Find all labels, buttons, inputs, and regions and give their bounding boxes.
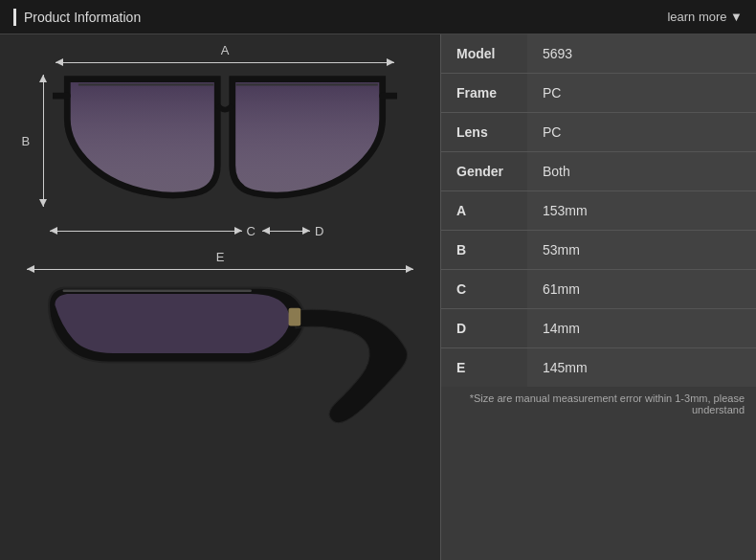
spec-row-d: D 14mm	[441, 309, 756, 348]
specs-panel: Model 5693 Frame PC Lens PC Gender Both …	[440, 34, 756, 560]
dim-c-label: C	[247, 224, 256, 238]
dim-e-line: E	[27, 269, 413, 270]
spec-label-frame: Frame	[441, 74, 527, 112]
spec-value-frame: PC	[527, 74, 756, 112]
dim-e-arrow-right	[406, 265, 413, 273]
spec-label-d: D	[441, 309, 527, 347]
page-header: Product Information learn more ▼	[0, 0, 756, 34]
spec-footnote: *Size are manual measurement error withi…	[441, 387, 756, 421]
dimension-D-container: D	[262, 224, 323, 238]
dimension-C-container: C	[50, 224, 260, 238]
spec-row-lens: Lens PC	[441, 113, 756, 152]
spec-label-e: E	[441, 348, 527, 387]
dimension-B-arrow: B	[36, 75, 50, 207]
spec-label-a: A	[441, 191, 527, 230]
dim-b-arrow-top	[39, 75, 47, 82]
spec-value-c: 61mm	[527, 270, 756, 308]
dim-d-line	[262, 231, 310, 232]
spec-value-gender: Both	[527, 152, 756, 190]
page-title: Product Information	[24, 10, 141, 25]
dimension-A-arrow: A	[56, 56, 394, 69]
spec-label-model: Model	[441, 34, 527, 73]
specifications-table: Model 5693 Frame PC Lens PC Gender Both …	[441, 34, 756, 387]
learn-more-link[interactable]: learn more ▼	[667, 10, 743, 24]
spec-row-a: A 153mm	[441, 191, 756, 231]
spec-row-gender: Gender Both	[441, 152, 756, 191]
spec-row-c: C 61mm	[441, 270, 756, 309]
spec-label-b: B	[441, 231, 527, 269]
dim-c-line	[50, 231, 242, 232]
dimensions-CD-row: C D	[50, 224, 397, 237]
dim-b-line: B	[43, 75, 44, 207]
header-accent-bar	[13, 9, 16, 26]
dim-e-arrow-left	[27, 265, 34, 273]
spec-value-b: 53mm	[527, 231, 756, 269]
spec-row-b: B 53mm	[441, 231, 756, 270]
spec-row-model: Model 5693	[441, 34, 756, 74]
dimension-E-arrow: E	[27, 262, 413, 276]
dim-d-label: D	[315, 224, 323, 238]
main-content: A B	[0, 34, 756, 560]
glasses-front-image	[53, 68, 397, 216]
product-images-panel: A B	[0, 34, 440, 560]
spec-label-gender: Gender	[441, 152, 527, 190]
dim-a-label: A	[221, 43, 230, 57]
glasses-front-svg	[53, 68, 397, 216]
dim-b-label: B	[22, 134, 31, 148]
spec-label-c: C	[441, 270, 527, 308]
glasses-side-svg	[29, 279, 411, 427]
spec-label-lens: Lens	[441, 113, 527, 151]
spec-value-e: 145mm	[527, 348, 756, 387]
spec-value-a: 153mm	[527, 191, 756, 230]
front-view-container: A B	[29, 44, 411, 255]
dim-c-arrow-left	[50, 227, 57, 235]
spec-row-frame: Frame PC	[441, 74, 756, 113]
spec-value-d: 14mm	[527, 309, 756, 347]
dim-a-arrow-left	[56, 58, 63, 66]
svg-rect-2	[289, 308, 301, 326]
spec-value-lens: PC	[527, 113, 756, 151]
dim-e-label: E	[216, 250, 225, 264]
spec-row-e: E 145mm	[441, 348, 756, 387]
spec-value-model: 5693	[527, 34, 756, 73]
dim-b-arrow-bottom	[39, 199, 47, 207]
dim-d-arrow-left	[262, 227, 270, 235]
dim-a-arrow-right	[387, 58, 394, 66]
glasses-side-image	[29, 279, 411, 427]
dim-d-arrow-right	[302, 227, 310, 235]
dim-a-line: A	[56, 62, 394, 63]
dim-c-arrow-right	[234, 227, 242, 235]
side-view-container: E	[19, 255, 421, 432]
header-title-group: Product Information	[13, 9, 141, 26]
